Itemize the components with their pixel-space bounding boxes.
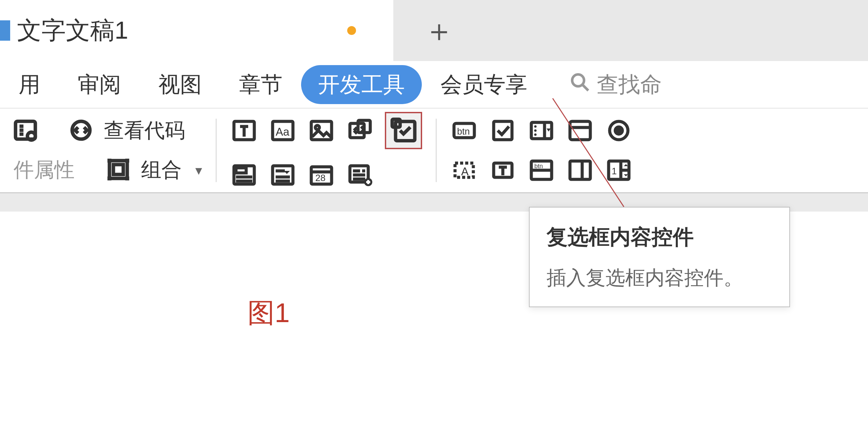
document-area: 图1 复选框内容控件 插入复选框内容控件。 bbox=[0, 193, 868, 434]
tooltip-title: 复选框内容控件 bbox=[547, 223, 772, 251]
svg-text:btn: btn bbox=[457, 126, 470, 137]
view-code-button[interactable]: 查看代码 bbox=[104, 117, 185, 144]
document-title: 文字文稿1 bbox=[17, 14, 128, 47]
new-tab-button[interactable]: ＋ bbox=[424, 15, 454, 46]
svg-point-51 bbox=[614, 125, 624, 136]
search-icon bbox=[570, 72, 590, 97]
date-picker-control-icon[interactable]: 28 bbox=[308, 161, 335, 189]
repeating-section-control-icon[interactable] bbox=[346, 161, 374, 189]
ribbon: 查看代码 件属性 组合 ▾ Aa bbox=[0, 108, 868, 193]
group-button[interactable]: 组合 bbox=[141, 156, 182, 184]
svg-rect-10 bbox=[107, 158, 112, 162]
document-icon bbox=[0, 20, 10, 41]
svg-rect-12 bbox=[107, 176, 112, 180]
scrollbar-control-icon[interactable] bbox=[566, 156, 594, 184]
button-control-icon[interactable]: btn bbox=[450, 117, 478, 144]
svg-point-45 bbox=[534, 125, 536, 127]
building-block-control-icon[interactable] bbox=[346, 117, 374, 144]
rich-text-control-icon[interactable] bbox=[230, 117, 258, 144]
menu-item-0[interactable]: 用 bbox=[0, 63, 59, 106]
combo-legacy-icon[interactable] bbox=[528, 117, 555, 144]
menu-item-review[interactable]: 审阅 bbox=[59, 63, 140, 106]
svg-rect-24 bbox=[236, 168, 246, 173]
ribbon-group-legacy-controls: btn A btn bbox=[437, 108, 646, 192]
svg-rect-42 bbox=[494, 121, 512, 140]
plain-text-control-icon[interactable]: Aa bbox=[269, 117, 297, 144]
ribbon-group-properties: 查看代码 件属性 组合 ▾ bbox=[0, 108, 216, 192]
menu-item-chapter[interactable]: 章节 bbox=[220, 63, 301, 106]
menu-item-view[interactable]: 视图 bbox=[140, 63, 220, 106]
svg-point-47 bbox=[534, 133, 536, 136]
picture-control-icon[interactable] bbox=[308, 117, 335, 144]
search-label: 查找命 bbox=[597, 70, 662, 99]
properties-icon[interactable] bbox=[14, 118, 37, 143]
svg-rect-2 bbox=[16, 121, 35, 139]
toggle-button-icon[interactable]: btn bbox=[528, 156, 555, 184]
svg-point-0 bbox=[572, 74, 584, 86]
checkbox-control-button[interactable] bbox=[385, 112, 422, 149]
svg-rect-13 bbox=[125, 176, 129, 180]
view-code-icon[interactable] bbox=[69, 118, 93, 143]
document-tab[interactable]: 文字文稿1 bbox=[0, 0, 393, 61]
group-dropdown-icon[interactable]: ▾ bbox=[195, 162, 202, 178]
option-button-icon[interactable] bbox=[605, 117, 633, 144]
label-control-icon[interactable]: A bbox=[450, 156, 478, 184]
textbox-control-icon[interactable] bbox=[489, 156, 517, 184]
combo-box-control-icon[interactable] bbox=[230, 161, 258, 189]
svg-rect-17 bbox=[311, 121, 332, 140]
svg-line-1 bbox=[583, 84, 589, 91]
tooltip-description: 插入复选框内容控件。 bbox=[547, 265, 772, 291]
group-icon[interactable] bbox=[106, 158, 130, 183]
svg-text:1: 1 bbox=[612, 166, 617, 176]
new-tab-area: ＋ bbox=[393, 0, 868, 61]
svg-text:A: A bbox=[461, 165, 469, 178]
search-command[interactable]: 查找命 bbox=[546, 70, 662, 99]
menu-item-developer-tools[interactable]: 开发工具 bbox=[301, 65, 422, 104]
ribbon-group-content-controls: Aa 28 bbox=[217, 108, 436, 192]
svg-rect-58 bbox=[570, 161, 590, 179]
tab-bar: 文字文稿1 ＋ bbox=[0, 0, 868, 61]
svg-rect-48 bbox=[570, 121, 590, 140]
svg-point-6 bbox=[27, 132, 35, 140]
svg-point-46 bbox=[534, 129, 536, 132]
menu-bar: 用 审阅 视图 章节 开发工具 会员专享 查找命 bbox=[0, 61, 868, 108]
dropdown-control-icon[interactable] bbox=[269, 161, 297, 189]
unsaved-indicator-icon bbox=[347, 26, 356, 35]
svg-text:Aa: Aa bbox=[276, 125, 290, 138]
tooltip: 复选框内容控件 插入复选框内容控件。 bbox=[529, 207, 790, 307]
checkbox-legacy-icon[interactable] bbox=[489, 117, 517, 144]
control-properties-button[interactable]: 件属性 bbox=[14, 156, 75, 184]
svg-rect-11 bbox=[125, 158, 129, 162]
menu-item-member[interactable]: 会员专享 bbox=[422, 63, 546, 106]
svg-text:28: 28 bbox=[315, 173, 326, 183]
spin-button-icon[interactable]: 1 bbox=[605, 156, 633, 184]
figure-label: 图1 bbox=[248, 295, 290, 332]
frame-control-icon[interactable] bbox=[566, 117, 594, 144]
svg-text:btn: btn bbox=[534, 163, 543, 170]
svg-rect-9 bbox=[113, 164, 123, 174]
